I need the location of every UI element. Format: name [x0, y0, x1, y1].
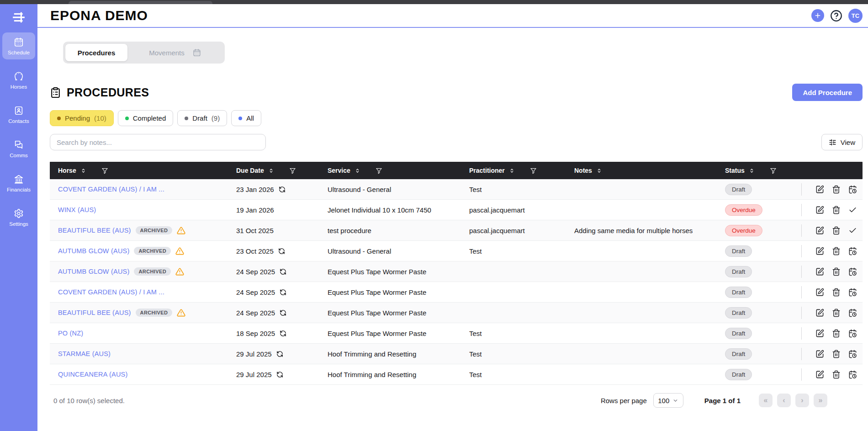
view-button[interactable]: View — [821, 134, 863, 150]
filter-chip-completed[interactable]: Completed — [118, 110, 174, 126]
sidebar-item-contacts[interactable]: Contacts — [2, 101, 35, 128]
delete-button[interactable] — [832, 247, 841, 255]
horse-link[interactable]: AUTUMB GLOW (AUS) — [58, 247, 129, 255]
cell-service: Equest Plus Tape Wormer Paste — [319, 282, 461, 302]
add-procedure-button[interactable]: Add Procedure — [792, 84, 863, 101]
cell-service: Ultrasound - General — [319, 179, 461, 199]
add-quick-button[interactable] — [811, 9, 824, 22]
schedule-button[interactable] — [848, 350, 857, 358]
sidebar-item-settings[interactable]: Settings — [2, 204, 35, 231]
cell-status: Draft — [717, 261, 801, 282]
filter-funnel-button[interactable] — [289, 167, 296, 174]
schedule-button[interactable] — [848, 329, 857, 338]
horse-link[interactable]: PO (NZ) — [58, 330, 83, 337]
sort-button[interactable] — [749, 168, 755, 174]
cell-notes — [566, 282, 717, 302]
column-label: Horse — [58, 167, 76, 174]
filter-funnel-button[interactable] — [770, 167, 777, 174]
search-row: View — [50, 134, 863, 150]
table-row: AUTUMB GLOW (AUS)ARCHIVED24 Sep 2025Eque… — [50, 261, 863, 282]
delete-button[interactable] — [832, 226, 841, 235]
sort-button[interactable] — [509, 168, 515, 174]
due-date-text: 18 Sep 2025 — [236, 330, 275, 337]
filter-funnel-button[interactable] — [376, 167, 382, 174]
edit-icon — [815, 309, 824, 317]
delete-button[interactable] — [832, 309, 841, 317]
edit-icon — [815, 370, 824, 379]
schedule-button[interactable] — [848, 288, 857, 297]
edit-button[interactable] — [815, 288, 824, 297]
filter-chip-all[interactable]: All — [231, 110, 261, 126]
edit-button[interactable] — [815, 350, 824, 358]
edit-button[interactable] — [815, 370, 824, 379]
rows-per-page-select[interactable]: 100 — [653, 393, 683, 408]
delete-button[interactable] — [832, 350, 841, 358]
delete-button[interactable] — [832, 185, 841, 194]
topbar-actions: TC — [811, 9, 863, 23]
horse-link[interactable]: WINX (AUS) — [58, 206, 96, 213]
search-input[interactable] — [50, 134, 266, 150]
horse-link[interactable]: STARMAE (AUS) — [58, 350, 111, 357]
sidebar-item-financials[interactable]: Financials — [2, 170, 35, 197]
filter-chip-pending[interactable]: Pending(10) — [50, 110, 114, 126]
help-button[interactable] — [830, 10, 842, 22]
horse-link[interactable]: BEAUTIFUL BEE (AUS) — [58, 227, 131, 234]
recurring-indicator[interactable] — [279, 186, 286, 193]
filter-funnel-button[interactable] — [101, 167, 108, 174]
cell-horse: BEAUTIFUL BEE (AUS)ARCHIVED — [50, 220, 228, 240]
sidebar-item-comms[interactable]: Comms — [2, 135, 35, 162]
first-page-button[interactable]: « — [759, 394, 773, 407]
filter-chip-draft[interactable]: Draft(9) — [177, 110, 227, 126]
epona-logo-icon[interactable] — [0, 4, 37, 31]
sort-button[interactable] — [268, 168, 274, 174]
schedule-button[interactable] — [848, 185, 857, 194]
sidebar-nav: ScheduleHorsesContactsCommsFinancialsSet… — [0, 32, 37, 231]
recurring-indicator[interactable] — [276, 351, 283, 357]
edit-button[interactable] — [815, 309, 824, 317]
complete-button[interactable] — [848, 206, 857, 214]
trash-icon — [832, 247, 841, 255]
schedule-button[interactable] — [848, 267, 857, 276]
trash-icon — [832, 185, 841, 194]
tab-procedures[interactable]: Procedures — [65, 44, 127, 61]
edit-button[interactable] — [815, 226, 824, 235]
recurring-indicator[interactable] — [280, 309, 286, 316]
recurring-indicator[interactable] — [280, 268, 286, 275]
delete-button[interactable] — [832, 288, 841, 297]
sort-button[interactable] — [596, 168, 602, 174]
user-avatar[interactable]: TC — [848, 9, 863, 23]
filter-funnel-button[interactable] — [530, 167, 537, 174]
edit-button[interactable] — [815, 329, 824, 338]
sidebar-item-schedule[interactable]: Schedule — [2, 32, 35, 59]
schedule-button[interactable] — [848, 247, 857, 255]
edit-button[interactable] — [815, 185, 824, 194]
delete-button[interactable] — [832, 370, 841, 379]
schedule-button[interactable] — [848, 309, 857, 317]
recurring-indicator[interactable] — [280, 330, 286, 337]
horse-link[interactable]: QUINCEANERA (AUS) — [58, 371, 127, 378]
complete-button[interactable] — [848, 226, 857, 235]
recurring-indicator[interactable] — [276, 371, 283, 378]
sort-button[interactable] — [80, 168, 86, 174]
horse-link[interactable]: AUTUMB GLOW (AUS) — [58, 268, 129, 275]
recurring-indicator[interactable] — [280, 289, 286, 296]
horse-link[interactable]: COVENT GARDEN (AUS) / I AM ... — [58, 288, 164, 296]
delete-button[interactable] — [832, 267, 841, 276]
tab-movements[interactable]: Movements — [127, 44, 222, 61]
next-page-button[interactable]: › — [795, 394, 809, 407]
delete-button[interactable] — [832, 329, 841, 338]
edit-button[interactable] — [815, 247, 824, 255]
last-page-button[interactable]: » — [814, 394, 827, 407]
sidebar-item-horses[interactable]: Horses — [2, 67, 35, 94]
recurring-indicator[interactable] — [278, 248, 285, 255]
horse-link[interactable]: COVENT GARDEN (AUS) / I AM ... — [58, 186, 164, 193]
delete-button[interactable] — [832, 206, 841, 214]
prev-page-button[interactable]: ‹ — [777, 394, 791, 407]
horse-link[interactable]: BEAUTIFUL BEE (AUS) — [58, 309, 131, 316]
edit-button[interactable] — [815, 267, 824, 276]
sort-button[interactable] — [355, 168, 360, 174]
sidebar: ScheduleHorsesContactsCommsFinancialsSet… — [0, 4, 37, 431]
schedule-button[interactable] — [848, 370, 857, 379]
edit-button[interactable] — [815, 206, 824, 214]
due-date-text: 19 Jan 2026 — [236, 206, 274, 214]
